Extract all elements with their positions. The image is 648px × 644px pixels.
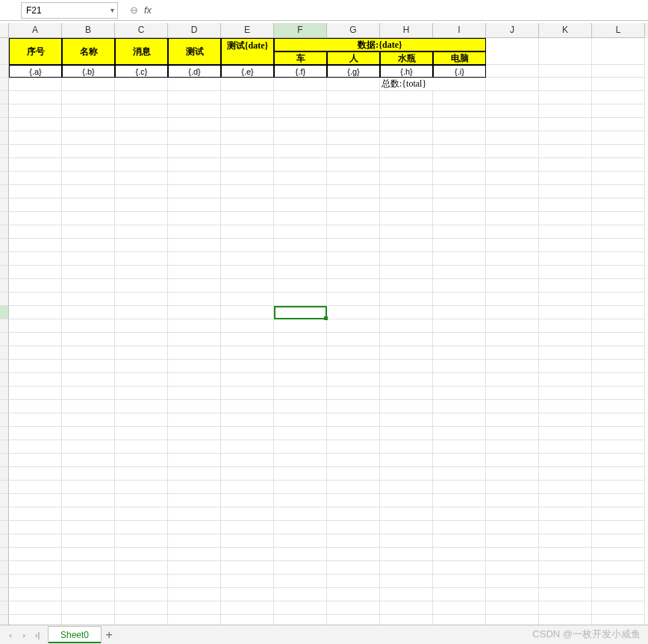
cell[interactable] xyxy=(115,145,168,158)
col-header-F[interactable]: F xyxy=(274,23,327,38)
cell[interactable] xyxy=(221,588,274,601)
cell[interactable] xyxy=(62,601,115,615)
cell[interactable] xyxy=(62,225,115,239)
cell[interactable] xyxy=(327,239,380,252)
cell[interactable] xyxy=(380,346,433,360)
cell[interactable] xyxy=(380,91,433,104)
cell[interactable] xyxy=(9,91,62,104)
cell-a[interactable]: {.a} xyxy=(9,65,62,78)
col-header-E[interactable]: E xyxy=(221,23,274,38)
row-header[interactable] xyxy=(0,91,9,104)
cell[interactable] xyxy=(486,387,539,400)
fx-label[interactable]: fx xyxy=(144,4,152,16)
cell[interactable] xyxy=(62,548,115,561)
cell[interactable] xyxy=(221,172,274,185)
cell[interactable] xyxy=(115,306,168,319)
cell[interactable] xyxy=(274,440,327,454)
cell[interactable] xyxy=(274,91,327,104)
cell[interactable] xyxy=(592,346,645,360)
cell[interactable] xyxy=(168,185,221,198)
row-header[interactable] xyxy=(0,507,9,521)
cell[interactable] xyxy=(433,158,486,172)
cell[interactable] xyxy=(592,373,645,387)
cell[interactable] xyxy=(592,145,645,158)
cell[interactable] xyxy=(327,494,380,507)
cell[interactable] xyxy=(539,158,592,172)
cell[interactable] xyxy=(168,467,221,481)
cell[interactable] xyxy=(327,481,380,494)
cell[interactable] xyxy=(539,198,592,212)
cell[interactable] xyxy=(380,548,433,561)
hdr-computer[interactable]: 电脑 xyxy=(433,51,486,65)
cell[interactable] xyxy=(433,346,486,360)
cell[interactable] xyxy=(486,494,539,507)
row-header[interactable] xyxy=(0,615,9,625)
row-header[interactable] xyxy=(0,534,9,548)
cell[interactable] xyxy=(327,279,380,293)
cell[interactable] xyxy=(433,131,486,145)
cell-e[interactable]: {.e} xyxy=(221,65,274,78)
cell[interactable] xyxy=(274,131,327,145)
cell[interactable] xyxy=(592,212,645,225)
cell[interactable] xyxy=(433,319,486,333)
cell[interactable] xyxy=(486,507,539,521)
cell[interactable] xyxy=(327,561,380,575)
cell[interactable] xyxy=(9,467,62,481)
cell[interactable] xyxy=(9,212,62,225)
cell[interactable] xyxy=(221,266,274,279)
cell[interactable] xyxy=(168,373,221,387)
cell[interactable] xyxy=(592,387,645,400)
cell[interactable] xyxy=(592,131,645,145)
row-header[interactable] xyxy=(0,387,9,400)
cell[interactable] xyxy=(168,601,221,615)
cell[interactable] xyxy=(433,507,486,521)
cell[interactable] xyxy=(168,225,221,239)
cell[interactable] xyxy=(274,185,327,198)
cell[interactable] xyxy=(486,400,539,413)
cell[interactable] xyxy=(274,319,327,333)
cell[interactable] xyxy=(327,548,380,561)
cell[interactable] xyxy=(380,279,433,293)
cell[interactable] xyxy=(327,145,380,158)
cell[interactable] xyxy=(539,467,592,481)
cell[interactable] xyxy=(9,400,62,413)
cell[interactable] xyxy=(433,212,486,225)
cell[interactable] xyxy=(62,346,115,360)
cell[interactable] xyxy=(592,615,645,625)
cell[interactable] xyxy=(221,561,274,575)
cell[interactable] xyxy=(592,306,645,319)
cell[interactable] xyxy=(9,306,62,319)
nav-next-icon[interactable]: › xyxy=(18,629,30,641)
cell[interactable] xyxy=(327,360,380,373)
cell[interactable] xyxy=(539,225,592,239)
cell[interactable] xyxy=(221,481,274,494)
cell[interactable] xyxy=(274,145,327,158)
cell[interactable] xyxy=(221,293,274,306)
cell[interactable] xyxy=(539,104,592,118)
cell[interactable] xyxy=(62,575,115,588)
cell[interactable] xyxy=(433,172,486,185)
cell[interactable] xyxy=(274,615,327,625)
cell[interactable] xyxy=(380,521,433,534)
cell[interactable] xyxy=(433,239,486,252)
cell[interactable] xyxy=(380,225,433,239)
hdr-msg[interactable]: 消息 xyxy=(115,38,168,65)
cell[interactable] xyxy=(380,360,433,373)
cell[interactable] xyxy=(539,440,592,454)
cell[interactable] xyxy=(62,172,115,185)
cell[interactable] xyxy=(433,225,486,239)
row-header-3[interactable] xyxy=(0,65,9,78)
cell[interactable] xyxy=(274,293,327,306)
cell[interactable] xyxy=(380,601,433,615)
cell[interactable] xyxy=(9,266,62,279)
select-all-corner[interactable] xyxy=(0,23,9,38)
cell[interactable] xyxy=(433,521,486,534)
cell[interactable] xyxy=(539,78,592,91)
cell[interactable] xyxy=(539,588,592,601)
cell[interactable] xyxy=(486,38,539,65)
cell[interactable] xyxy=(433,279,486,293)
cell[interactable] xyxy=(9,239,62,252)
cell[interactable] xyxy=(221,440,274,454)
cell[interactable] xyxy=(168,521,221,534)
cell[interactable] xyxy=(168,78,221,91)
